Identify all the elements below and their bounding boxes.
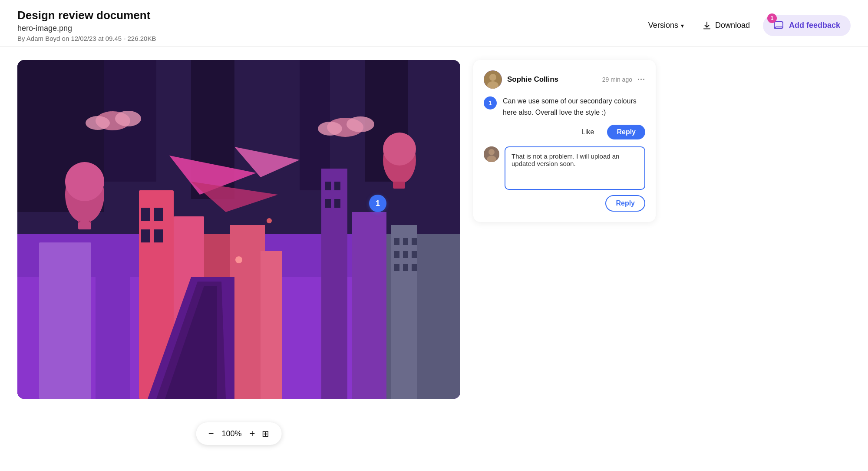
- comment-marker-1[interactable]: 1: [369, 195, 386, 212]
- comment-author: Sophie Collins: [507, 75, 597, 84]
- reply-submit-button[interactable]: Reply: [605, 195, 645, 212]
- svg-point-57: [235, 256, 242, 263]
- image-area: 1 − 100% + ⊞: [17, 60, 460, 458]
- versions-button[interactable]: Versions ▾: [643, 17, 689, 33]
- reply-button-primary[interactable]: Reply: [607, 125, 645, 139]
- comment-number-badge: 1: [484, 96, 497, 109]
- comment-card-1: Sophie Collins 29 min ago ··· 1 Can we u…: [473, 60, 656, 222]
- svg-rect-23: [334, 182, 340, 190]
- svg-rect-36: [412, 264, 417, 271]
- download-button[interactable]: Download: [697, 17, 755, 34]
- svg-rect-30: [412, 238, 417, 245]
- svg-rect-13: [230, 225, 265, 399]
- file-name: hero-image.png: [17, 24, 156, 33]
- svg-point-63: [488, 149, 495, 155]
- svg-point-50: [86, 116, 110, 130]
- reply-actions-row: Reply: [484, 195, 645, 212]
- svg-rect-28: [394, 238, 399, 245]
- page-header: Design review document hero-image.png By…: [0, 0, 868, 47]
- svg-point-58: [267, 218, 272, 223]
- svg-rect-25: [334, 199, 340, 208]
- reply-input-row: [484, 146, 645, 190]
- feedback-badge: 1: [767, 13, 777, 23]
- svg-rect-19: [154, 229, 163, 242]
- svg-rect-42: [78, 221, 91, 229]
- svg-rect-29: [403, 238, 408, 245]
- svg-point-46: [383, 133, 416, 166]
- more-options-button[interactable]: ···: [637, 75, 645, 84]
- svg-rect-16: [141, 208, 150, 221]
- svg-rect-10: [96, 260, 130, 399]
- svg-point-53: [318, 122, 342, 136]
- avatar-image: [484, 70, 502, 89]
- svg-rect-18: [141, 229, 150, 242]
- svg-rect-22: [325, 182, 331, 190]
- svg-rect-31: [394, 251, 399, 258]
- add-feedback-button[interactable]: 1 Add feedback: [763, 15, 851, 36]
- reply-textarea[interactable]: [505, 146, 645, 190]
- like-button[interactable]: Like: [574, 125, 602, 139]
- svg-point-60: [489, 74, 496, 81]
- svg-rect-32: [403, 251, 408, 258]
- comment-body: 1 Can we use some of our secondary colou…: [484, 96, 645, 118]
- file-meta: By Adam Boyd on 12/02/23 at 09.45 - 226.…: [17, 35, 156, 42]
- header-left: Design review document hero-image.png By…: [17, 9, 156, 42]
- zoom-out-button[interactable]: −: [208, 429, 214, 438]
- avatar: [484, 70, 502, 89]
- svg-point-49: [115, 111, 141, 126]
- svg-rect-14: [261, 251, 282, 399]
- svg-rect-33: [412, 251, 417, 258]
- hero-image: [17, 60, 460, 399]
- comment-actions: Like Reply: [484, 125, 645, 139]
- reply-avatar: [484, 146, 499, 162]
- comment-marker-number: 1: [376, 199, 380, 208]
- download-label: Download: [715, 21, 750, 30]
- main-content: 1 − 100% + ⊞: [0, 47, 868, 471]
- document-title: Design review document: [17, 9, 156, 22]
- svg-point-52: [347, 116, 374, 132]
- svg-rect-35: [403, 264, 408, 271]
- comment-header: Sophie Collins 29 min ago ···: [484, 70, 645, 89]
- add-feedback-label: Add feedback: [789, 21, 840, 30]
- svg-rect-24: [325, 199, 331, 208]
- zoom-control: − 100% + ⊞: [196, 422, 282, 445]
- svg-rect-21: [352, 212, 386, 399]
- svg-rect-47: [393, 182, 405, 189]
- hero-image-container: 1: [17, 60, 460, 399]
- comment-time: 29 min ago: [602, 76, 632, 83]
- comments-sidebar: Sophie Collins 29 min ago ··· 1 Can we u…: [473, 60, 656, 458]
- header-actions: Versions ▾ Download 1 Add feedback: [643, 15, 851, 36]
- zoom-in-button[interactable]: +: [250, 429, 255, 438]
- comment-text: Can we use some of our secondary colours…: [503, 96, 645, 118]
- svg-rect-34: [394, 264, 399, 271]
- svg-rect-17: [154, 208, 163, 221]
- zoom-level: 100%: [221, 429, 243, 438]
- svg-rect-9: [39, 242, 91, 399]
- download-icon: [702, 21, 712, 30]
- versions-label: Versions: [648, 21, 678, 30]
- reply-avatar-image: [484, 146, 499, 162]
- svg-point-41: [65, 162, 104, 201]
- grid-icon[interactable]: ⊞: [262, 428, 269, 439]
- chevron-down-icon: ▾: [681, 22, 684, 29]
